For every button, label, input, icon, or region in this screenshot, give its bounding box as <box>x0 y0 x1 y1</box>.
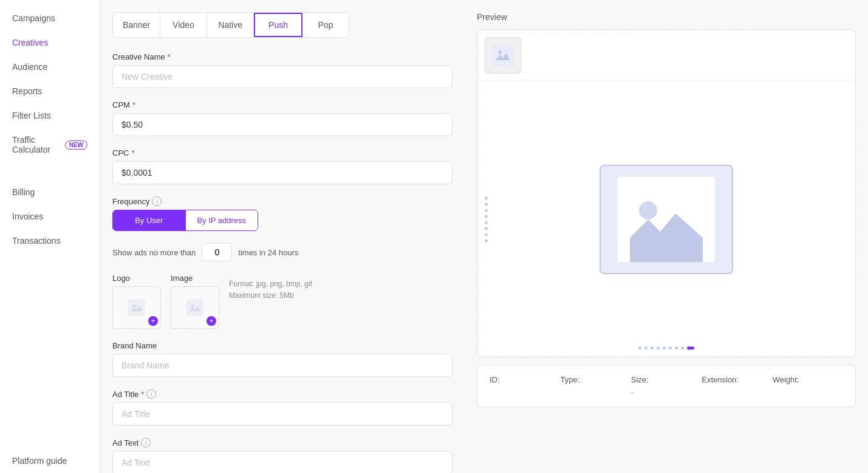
upload-row: Logo + Image <box>112 274 453 329</box>
preview-center-icon <box>630 189 703 262</box>
cpc-input[interactable] <box>112 161 453 184</box>
cpc-label: CPC * <box>112 148 453 157</box>
sidebar-item-traffic-calculator[interactable]: Traffic Calculator NEW <box>0 128 100 162</box>
frequency-label: Frequency i <box>112 196 453 206</box>
upload-info: Format: jpg, png, bmp, gif Maximum size:… <box>229 278 312 302</box>
preview-dots-bottom <box>638 347 694 350</box>
image-placeholder-icon <box>128 299 145 316</box>
preview-container <box>477 29 856 357</box>
image-label: Image <box>171 274 219 283</box>
brand-name-input[interactable] <box>112 354 453 377</box>
frequency-toggle: By User By IP address <box>112 210 258 231</box>
sidebar-item-label: Creatives <box>12 38 48 47</box>
ad-text-field: Ad Text i <box>112 438 453 473</box>
logo-upload-box[interactable]: + <box>112 286 161 329</box>
sidebar-item-label: Invoices <box>12 212 43 221</box>
show-ads-times-input[interactable] <box>202 243 232 261</box>
ad-title-info-icon[interactable]: i <box>146 389 156 399</box>
sidebar-item-billing[interactable]: Billing <box>0 180 100 204</box>
tab-push[interactable]: Push <box>254 13 302 37</box>
preview-panel: Preview <box>465 0 868 473</box>
svg-point-3 <box>191 305 194 308</box>
freq-by-ip[interactable]: By IP address <box>186 210 258 230</box>
required-star: * <box>132 100 135 109</box>
ad-text-label: Ad Text i <box>112 438 453 447</box>
meta-type: Type: <box>560 375 630 397</box>
image-upload-box[interactable]: + <box>171 286 219 329</box>
creative-type-tabs: Banner Video Native Push Pop <box>112 12 349 38</box>
metadata-row: ID: Type: Size: - Extension: <box>490 375 843 397</box>
preview-small-thumbnail <box>485 37 521 74</box>
svg-rect-4 <box>492 44 514 66</box>
preview-thumb-icon <box>492 44 514 66</box>
preview-image-placeholder <box>600 165 733 274</box>
cpm-input[interactable] <box>112 113 453 136</box>
new-badge: NEW <box>65 140 87 150</box>
meta-weight: Weight: <box>773 375 843 397</box>
required-star: * <box>131 148 134 157</box>
image-upload-section: Image + <box>171 274 219 329</box>
image-placeholder-icon <box>186 299 203 316</box>
meta-size-value: - <box>631 388 702 397</box>
meta-size-label: Size: <box>631 375 702 384</box>
preview-dots-left <box>485 196 488 242</box>
tab-native[interactable]: Native <box>207 13 254 37</box>
brand-name-label: Brand Name <box>112 341 453 350</box>
sidebar-platform-guide[interactable]: Platform guide <box>0 449 100 473</box>
svg-point-5 <box>498 50 502 54</box>
upload-plus-icon[interactable]: + <box>148 316 158 326</box>
tab-banner[interactable]: Banner <box>113 13 160 37</box>
sidebar-item-reports[interactable]: Reports <box>0 79 100 103</box>
logo-upload-section: Logo + <box>112 274 161 329</box>
show-ads-row: Show ads no more than times in 24 hours <box>112 243 453 261</box>
sidebar-item-label: Billing <box>12 187 35 197</box>
cpm-field: CPM * <box>112 100 453 136</box>
creative-name-field: Creative Name * <box>112 52 453 88</box>
sidebar-item-label: Transactions <box>12 236 61 246</box>
required-star: * <box>168 52 171 61</box>
cpc-field: CPC * <box>112 148 453 184</box>
cpm-label: CPM * <box>112 100 453 109</box>
creative-name-input[interactable] <box>112 65 453 88</box>
upload-plus-icon[interactable]: + <box>207 316 216 326</box>
ad-title-input[interactable] <box>112 402 453 426</box>
sidebar-item-transactions[interactable]: Transactions <box>0 229 100 253</box>
sidebar-item-label: Filter Lists <box>12 111 51 120</box>
show-ads-suffix: times in 24 hours <box>238 248 298 257</box>
sidebar-item-audience[interactable]: Audience <box>0 55 100 79</box>
sidebar-item-campaigns[interactable]: Campaigns <box>0 6 100 30</box>
metadata-panel: ID: Type: Size: - Extension: <box>477 365 856 407</box>
svg-rect-2 <box>186 299 203 316</box>
preview-title: Preview <box>477 12 856 22</box>
show-ads-prefix: Show ads no more than <box>112 248 196 257</box>
main-content: Banner Video Native Push Pop Creative Na… <box>100 0 868 473</box>
meta-id: ID: <box>490 375 560 397</box>
ad-title-field: Ad Title * i <box>112 389 453 426</box>
tab-pop[interactable]: Pop <box>302 13 349 37</box>
sidebar-item-label: Audience <box>12 62 47 72</box>
svg-point-6 <box>639 201 657 219</box>
tab-video[interactable]: Video <box>160 13 207 37</box>
upload-size: Maximum size: 5Mb <box>229 290 312 302</box>
preview-image-inner <box>618 177 715 262</box>
meta-extension-label: Extension: <box>702 375 772 384</box>
upload-format: Format: jpg, png, bmp, gif <box>229 278 312 290</box>
sidebar-item-label: Traffic Calculator <box>12 135 58 154</box>
meta-id-label: ID: <box>490 375 560 384</box>
sidebar-item-creatives[interactable]: Creatives <box>0 30 100 55</box>
sidebar-item-filter-lists[interactable]: Filter Lists <box>0 103 100 128</box>
sidebar-item-label: Reports <box>12 86 42 96</box>
form-panel: Banner Video Native Push Pop Creative Na… <box>100 0 465 473</box>
sidebar-item-invoices[interactable]: Invoices <box>0 204 100 229</box>
ad-text-info-icon[interactable]: i <box>141 438 151 447</box>
logo-label: Logo <box>112 274 161 283</box>
meta-size: Size: - <box>631 375 702 397</box>
frequency-info-icon[interactable]: i <box>152 196 162 206</box>
required-star: * <box>141 390 144 399</box>
meta-extension: Extension: <box>702 375 772 397</box>
freq-by-user[interactable]: By User <box>113 210 186 230</box>
creative-name-label: Creative Name * <box>112 52 453 61</box>
svg-rect-0 <box>128 299 145 316</box>
ad-title-label: Ad Title * i <box>112 389 453 399</box>
ad-text-input[interactable] <box>112 451 453 473</box>
